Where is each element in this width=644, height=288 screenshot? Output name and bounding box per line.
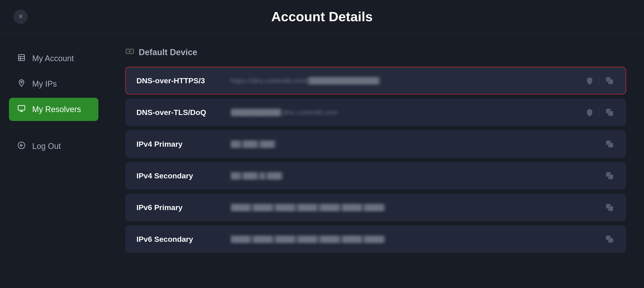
resolver-label-dot: DNS-over-TLS/DoQ xyxy=(136,108,230,117)
svg-rect-10 xyxy=(126,49,133,54)
resolver-row-ipv4-secondary[interactable]: IPv4 Secondary ██.███.█.███ xyxy=(125,162,626,189)
shield-button-dot[interactable] xyxy=(584,107,595,118)
sidebar-item-label: Log Out xyxy=(32,142,61,151)
resolver-value-ipv6-primary: ████:████:████:████:████:████:████ xyxy=(230,203,595,212)
copy-icon xyxy=(606,172,613,179)
sidebar: My Account My IPs My Resolvers xyxy=(0,33,107,288)
resolver-actions-doh xyxy=(584,75,615,86)
svg-rect-5 xyxy=(18,106,25,110)
sidebar-item-my-resolvers[interactable]: My Resolvers xyxy=(9,98,98,121)
main-layout: My Account My IPs My Resolvers xyxy=(0,33,644,288)
sidebar-item-label: My Resolvers xyxy=(32,105,81,114)
sidebar-item-label: My IPs xyxy=(32,79,57,89)
copy-button-ipv4-primary[interactable] xyxy=(604,139,615,149)
sidebar-item-my-account[interactable]: My Account xyxy=(9,47,98,70)
resolver-value-ipv6-secondary: ████:████:████:████:████:████:████ xyxy=(230,235,595,243)
resolver-row-doh[interactable]: DNS-over-HTTPS/3 https://dns.controld.co… xyxy=(125,67,626,94)
logout-icon xyxy=(17,141,26,151)
shield-button-doh[interactable] xyxy=(584,75,595,86)
resolver-label-ipv6-primary: IPv6 Primary xyxy=(136,203,230,212)
resolver-list: DNS-over-HTTPS/3 https://dns.controld.co… xyxy=(125,67,626,253)
section-label: Default Device xyxy=(139,48,197,57)
copy-button-ipv4-secondary[interactable] xyxy=(604,170,615,181)
resolver-value-dot: ██████████.dns.controld.com xyxy=(230,108,575,117)
header: ✕ Account Details xyxy=(0,0,644,33)
copy-icon xyxy=(606,77,613,84)
svg-point-4 xyxy=(20,81,22,83)
svg-rect-17 xyxy=(609,238,613,242)
sidebar-item-log-out[interactable]: Log Out xyxy=(9,135,98,158)
svg-rect-14 xyxy=(609,143,613,147)
resolver-value-ipv4-secondary: ██.███.█.███ xyxy=(230,172,595,180)
action-divider xyxy=(600,108,600,117)
resolver-actions-ipv6-primary xyxy=(604,202,615,213)
svg-rect-16 xyxy=(609,206,613,211)
resolvers-icon xyxy=(17,105,26,114)
resolver-actions-dot xyxy=(584,107,615,118)
app-container: ✕ Account Details My Account xyxy=(0,0,644,288)
sidebar-divider xyxy=(9,128,98,128)
close-icon: ✕ xyxy=(18,13,23,20)
svg-rect-15 xyxy=(609,175,613,179)
content-area: Default Device DNS-over-HTTPS/3 https://… xyxy=(107,33,644,288)
resolver-actions-ipv6-secondary xyxy=(604,234,615,245)
resolver-row-ipv6-secondary[interactable]: IPv6 Secondary ████:████:████:████:████:… xyxy=(125,225,626,253)
copy-button-doh[interactable] xyxy=(604,75,615,86)
resolver-actions-ipv4-secondary xyxy=(604,170,615,181)
resolver-label-doh: DNS-over-HTTPS/3 xyxy=(136,76,230,85)
action-divider xyxy=(600,76,600,85)
resolver-row-ipv4-primary[interactable]: IPv4 Primary ██.███.███ xyxy=(125,130,626,158)
copy-icon xyxy=(606,109,613,116)
sidebar-item-my-ips[interactable]: My IPs xyxy=(9,72,98,96)
resolver-label-ipv6-secondary: IPv6 Secondary xyxy=(136,235,230,244)
resolver-row-ipv6-primary[interactable]: IPv6 Primary ████:████:████:████:████:██… xyxy=(125,194,626,221)
account-icon xyxy=(17,54,26,63)
close-button[interactable]: ✕ xyxy=(14,9,28,24)
resolver-row-dot[interactable]: DNS-over-TLS/DoQ ██████████.dns.controld… xyxy=(125,99,626,126)
location-icon xyxy=(17,79,26,89)
copy-button-ipv6-secondary[interactable] xyxy=(604,234,615,245)
resolver-value-ipv4-primary: ██.███.███ xyxy=(230,140,595,148)
page-title: Account Details xyxy=(271,9,373,24)
svg-rect-0 xyxy=(18,55,24,61)
copy-button-ipv6-primary[interactable] xyxy=(604,202,615,213)
sidebar-item-label: My Account xyxy=(32,54,74,63)
copy-button-dot[interactable] xyxy=(604,107,615,118)
section-heading: Default Device xyxy=(125,47,626,58)
resolver-actions-ipv4-primary xyxy=(604,139,615,149)
shield-icon xyxy=(586,108,594,116)
resolver-value-doh: https://dns.controld.com/██████████████ xyxy=(230,77,575,85)
copy-icon xyxy=(606,204,613,211)
svg-rect-13 xyxy=(609,111,613,115)
copy-icon xyxy=(606,235,613,243)
copy-icon xyxy=(606,140,613,148)
resolver-label-ipv4-secondary: IPv4 Secondary xyxy=(136,171,230,180)
svg-rect-12 xyxy=(609,80,613,84)
svg-point-11 xyxy=(129,51,131,52)
device-icon xyxy=(125,47,134,58)
resolver-label-ipv4-primary: IPv4 Primary xyxy=(136,140,230,148)
shield-icon xyxy=(586,77,594,85)
